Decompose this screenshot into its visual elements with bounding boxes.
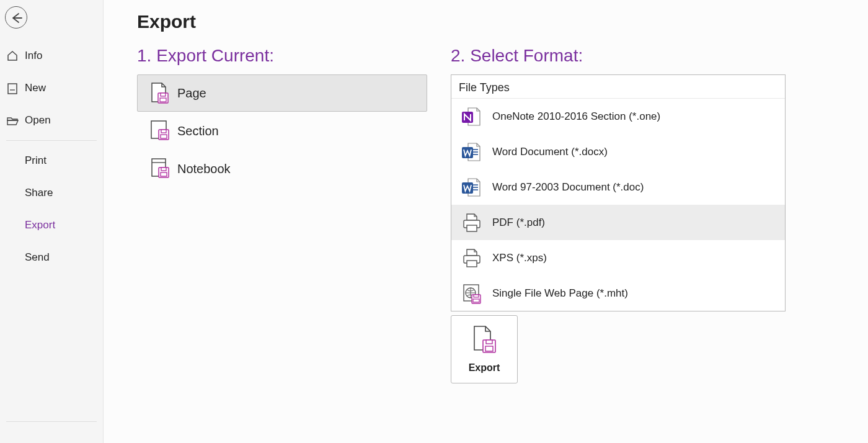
home-icon (6, 50, 19, 62)
format-label: OneNote 2010-2016 Section (*.one) (486, 110, 660, 123)
arrow-left-icon (9, 11, 23, 24)
format-label: Word Document (*.docx) (486, 146, 608, 158)
format-label: Single File Web Page (*.mht) (486, 287, 628, 300)
format-panel: File Types OneNote 2010-2016 Section (*.… (451, 74, 786, 311)
scope-label: Section (175, 124, 219, 138)
format-label: PDF (*.pdf) (486, 217, 545, 229)
format-item-pdf[interactable]: PDF (*.pdf) (451, 205, 785, 240)
format-item-mht[interactable]: Single File Web Page (*.mht) (451, 275, 785, 311)
format-label: XPS (*.xps) (486, 252, 547, 264)
file-types-header: File Types (451, 75, 785, 99)
export-button-label: Export (469, 362, 500, 374)
onenote-icon (458, 105, 486, 128)
page-save-icon (146, 82, 175, 104)
section-save-icon (146, 120, 175, 142)
nav-divider (6, 421, 97, 422)
select-format-heading: 2. Select Format: (451, 46, 798, 66)
backstage-sidebar: Info New Open Print Share Export Send (0, 0, 104, 443)
nav-item-open[interactable]: Open (0, 104, 103, 136)
folder-icon (6, 114, 19, 127)
webpage-icon (458, 282, 486, 305)
nav-label: New (25, 82, 46, 94)
nav-label: Send (25, 251, 50, 264)
scope-label: Notebook (175, 162, 231, 176)
page-title: Export (137, 11, 868, 32)
format-item-doc[interactable]: Word 97-2003 Document (*.doc) (451, 169, 785, 205)
format-item-xps[interactable]: XPS (*.xps) (451, 240, 785, 275)
file-icon (6, 82, 19, 94)
nav-item-send[interactable]: Send (0, 241, 103, 274)
scope-item-page[interactable]: Page (137, 74, 427, 112)
word-old-icon (458, 176, 486, 199)
format-item-docx[interactable]: Word Document (*.docx) (451, 134, 785, 169)
scope-item-section[interactable]: Section (137, 112, 427, 150)
nav-item-export[interactable]: Export (0, 209, 103, 241)
format-item-onenote[interactable]: OneNote 2010-2016 Section (*.one) (451, 99, 785, 134)
export-page: Export 1. Export Current: Page Section (104, 0, 868, 443)
nav-label: Print (25, 154, 46, 167)
scope-item-notebook[interactable]: Notebook (137, 150, 427, 187)
page-save-icon (472, 325, 497, 354)
format-label: Word 97-2003 Document (*.doc) (486, 181, 644, 194)
nav-item-share[interactable]: Share (0, 177, 103, 209)
nav-divider (6, 140, 97, 141)
nav-label: Info (25, 50, 42, 62)
nav-item-print[interactable]: Print (0, 145, 103, 177)
printer-icon (458, 247, 486, 269)
printer-icon (458, 212, 486, 234)
export-current-heading: 1. Export Current: (137, 46, 427, 66)
back-button[interactable] (5, 6, 27, 29)
select-format-column: 2. Select Format: File Types OneNote 201… (451, 46, 798, 383)
word-icon (458, 141, 486, 163)
scope-label: Page (175, 86, 206, 101)
nav-item-info[interactable]: Info (0, 40, 103, 72)
export-current-column: 1. Export Current: Page Section (137, 46, 427, 383)
nav-item-new[interactable]: New (0, 72, 103, 104)
export-button[interactable]: Export (451, 315, 518, 383)
notebook-save-icon (146, 158, 175, 180)
nav-label: Share (25, 187, 53, 199)
nav-label: Export (25, 219, 55, 231)
nav-label: Open (25, 114, 51, 127)
